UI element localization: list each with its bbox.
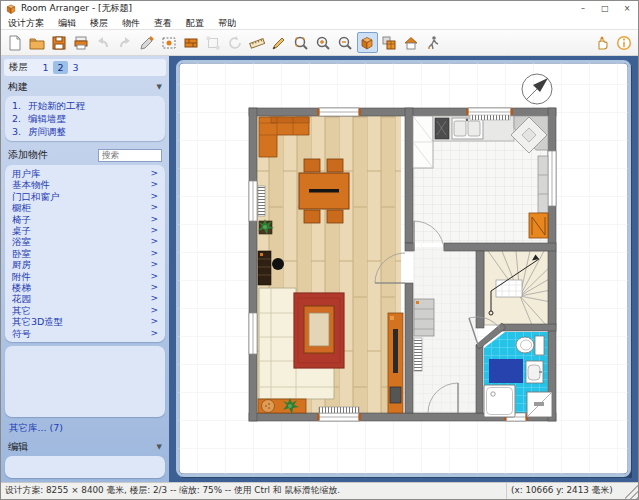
build-step-3[interactable]: 3.房间调整	[12, 125, 158, 138]
chevron-right-icon: >	[150, 316, 158, 327]
menu-item-5[interactable]: 配置	[179, 16, 211, 30]
bath-mat[interactable]	[489, 359, 523, 383]
radiator-left[interactable]	[258, 186, 265, 216]
chevron-right-icon: >	[150, 191, 158, 202]
build-step-1[interactable]: 1.开始新的工程	[12, 99, 158, 112]
tall-cabinets[interactable]	[413, 116, 433, 168]
wash-basin[interactable]	[526, 361, 543, 383]
chevron-right-icon: >	[150, 202, 158, 213]
zoomout-icon	[337, 35, 353, 51]
object-category-12[interactable]: 其它>	[12, 305, 158, 316]
round-side-table[interactable]	[272, 258, 284, 270]
tv-cabinet[interactable]	[388, 313, 403, 413]
undo-icon	[95, 35, 111, 51]
resize-button	[203, 32, 224, 53]
category-label: 楼梯	[12, 282, 31, 293]
menu-item-1[interactable]: 编辑	[51, 16, 83, 30]
kitchen-sink[interactable]	[452, 118, 483, 139]
floor-tab-2[interactable]: 2	[53, 61, 68, 74]
object-category-3[interactable]: 橱柜>	[12, 202, 158, 213]
washing-machine[interactable]	[527, 392, 552, 417]
build-section-header[interactable]: 构建 ▼	[1, 78, 169, 95]
roof-3d-button[interactable]	[401, 32, 422, 53]
save-button[interactable]	[49, 32, 70, 53]
print-button[interactable]	[71, 32, 92, 53]
titlebar: Room Arranger - [无标题] –□×	[1, 1, 638, 16]
object-category-9[interactable]: 附件>	[12, 271, 158, 282]
pointer-mode-button[interactable]	[592, 32, 613, 53]
resize-grip[interactable]	[625, 483, 638, 499]
new-project-button[interactable]	[5, 32, 26, 53]
plan-canvas[interactable]	[169, 56, 638, 482]
cubes-icon	[381, 35, 397, 51]
floor-tab-3[interactable]: 3	[68, 61, 83, 74]
object-category-10[interactable]: 楼梯>	[12, 282, 158, 293]
open-button[interactable]	[27, 32, 48, 53]
about-button[interactable]	[614, 32, 635, 53]
menu-item-4[interactable]: 查看	[147, 16, 179, 30]
rotate-icon	[227, 35, 243, 51]
object-category-2[interactable]: 门口和窗户>	[12, 191, 158, 202]
room-staircase[interactable]	[484, 251, 556, 325]
view-3d-button[interactable]	[357, 32, 378, 53]
bookshelf[interactable]	[258, 251, 271, 285]
radiator-hall[interactable]	[414, 338, 422, 371]
chevron-right-icon: >	[150, 293, 158, 304]
object-category-14[interactable]: 符号>	[12, 328, 158, 339]
materials-button[interactable]	[181, 32, 202, 53]
oven[interactable]	[529, 213, 548, 238]
add-objects-label: 添加物件	[8, 148, 48, 162]
floor-plan-svg[interactable]	[169, 56, 639, 484]
radiator-bottom[interactable]	[319, 407, 359, 413]
collapse-arrow-icon[interactable]: ▼	[157, 83, 162, 91]
paint-button[interactable]	[137, 32, 158, 53]
object-category-6[interactable]: 浴室>	[12, 236, 158, 247]
object-category-1[interactable]: 基本物件>	[12, 179, 158, 190]
zoom-out-button[interactable]	[335, 32, 356, 53]
build-step-2[interactable]: 2.编辑墙壁	[12, 112, 158, 125]
zoom-selection-button[interactable]	[291, 32, 312, 53]
object-category-4[interactable]: 椅子>	[12, 214, 158, 225]
maximize-button[interactable]: □	[594, 1, 616, 16]
floors-label: 楼层	[9, 61, 28, 74]
floor-tab-1[interactable]: 1	[38, 61, 53, 74]
object-category-7[interactable]: 卧室>	[12, 248, 158, 259]
edit-section-header[interactable]: 编辑 ▼	[1, 438, 169, 455]
chevron-right-icon: >	[150, 271, 158, 282]
coffee-table[interactable]	[304, 306, 334, 353]
zoom-in-button[interactable]	[313, 32, 334, 53]
chevron-right-icon: >	[150, 328, 158, 339]
chevron-right-icon: >	[150, 282, 158, 293]
measure-button[interactable]	[247, 32, 268, 53]
category-label: 桌子	[12, 225, 31, 236]
table-centerpiece	[309, 189, 339, 193]
wall-cabinets-right[interactable]	[538, 156, 548, 213]
object-search-input[interactable]	[98, 149, 162, 162]
menu-item-2[interactable]: 楼层	[83, 16, 115, 30]
close-button[interactable]: ×	[616, 1, 638, 16]
draw-walls-button[interactable]	[269, 32, 290, 53]
radiator-kitchen[interactable]	[470, 115, 510, 120]
plant-left[interactable]	[258, 219, 274, 235]
object-category-13[interactable]: 其它3D造型>	[12, 316, 158, 327]
shower-tray[interactable]	[484, 385, 515, 417]
menu-item-0[interactable]: 设计方案	[1, 16, 51, 30]
category-label: 附件	[12, 271, 31, 282]
pick-texture-button[interactable]	[159, 32, 180, 53]
other-libraries-link[interactable]: 其它库... (7)	[1, 420, 169, 438]
collapse-arrow-icon[interactable]: ▼	[157, 443, 162, 451]
object-category-11[interactable]: 花园>	[12, 293, 158, 304]
chevron-right-icon: >	[150, 179, 158, 190]
object-category-8[interactable]: 厨房>	[12, 259, 158, 270]
hall-cabinet[interactable]	[414, 299, 434, 336]
empty-library-panel	[5, 346, 165, 417]
walkthrough-button[interactable]	[423, 32, 444, 53]
object-category-0[interactable]: 用户库>	[12, 168, 158, 179]
sideboard-with-plant[interactable]	[258, 398, 306, 414]
minimize-button[interactable]: –	[572, 1, 594, 16]
menu-item-6[interactable]: 帮助	[211, 16, 243, 30]
object-category-5[interactable]: 桌子>	[12, 225, 158, 236]
category-label: 用户库	[12, 168, 41, 179]
objects-3d-button[interactable]	[379, 32, 400, 53]
menu-item-3[interactable]: 物件	[115, 16, 147, 30]
